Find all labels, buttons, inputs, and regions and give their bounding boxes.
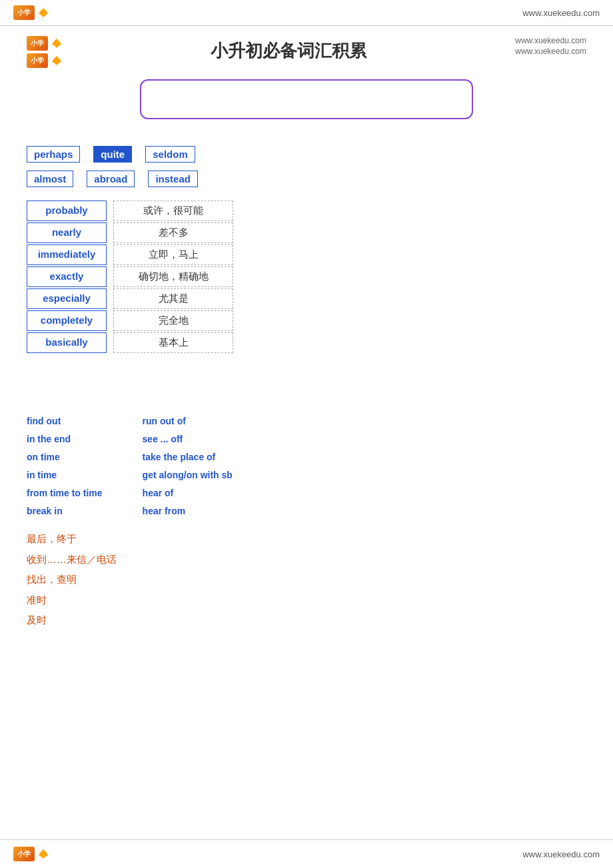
chinese-jishi: 及时 <box>27 613 586 628</box>
header-logo-1: 小学 <box>27 36 48 51</box>
phrase-in-the-end: in the end <box>27 432 103 446</box>
meaning-basically: 基本上 <box>113 332 233 353</box>
meaning-nearly: 差不多 <box>113 222 233 243</box>
phrases-col-1: find out in the end on time in time from… <box>27 414 103 518</box>
bottom-logo-icon: 小学 <box>13 847 35 861</box>
word-quite: quite <box>93 146 132 163</box>
vocab-row-immediately: immediately 立即，马上 <box>27 244 586 265</box>
vocab-table: probably 或许，很可能 nearly 差不多 immediately 立… <box>27 201 586 354</box>
phrase-run-out-of: run out of <box>143 414 233 428</box>
word-immediately: immediately <box>27 244 107 265</box>
word-perhaps: perhaps <box>27 146 80 163</box>
word-seldom: seldom <box>145 146 195 163</box>
word-almost: almost <box>27 171 73 187</box>
header-logo-2: 小学 <box>27 53 48 68</box>
vocab-row-completely: completely 完全地 <box>27 310 586 331</box>
flame-icon-2 <box>52 56 61 65</box>
phrase-find-out: find out <box>27 414 103 428</box>
vocab-row-exactly: exactly 确切地，精确地 <box>27 266 586 287</box>
top-url: www.xuekeedu.com <box>522 8 600 18</box>
logo-row-2: 小学 <box>27 53 61 68</box>
meaning-probably: 或许，很可能 <box>113 201 233 221</box>
page-title: 小升初必备词汇积累 <box>211 39 366 63</box>
phrases-section: find out in the end on time in time from… <box>27 414 586 518</box>
word-completely: completely <box>27 310 107 331</box>
main-content: 小学 小学 小升初必备词汇积累 www.xuekeedu.com www.xue… <box>0 26 613 695</box>
logo-flame-icon <box>39 8 48 17</box>
bottom-bar: 小学 www.xuekeedu.com <box>0 839 613 868</box>
meaning-completely: 完全地 <box>113 310 233 331</box>
phrase-from-time-to-time: from time to time <box>27 486 103 500</box>
logos-left: 小学 小学 <box>27 36 61 68</box>
meaning-exactly: 确切地，精确地 <box>113 266 233 287</box>
urls-right: www.xuekeedu.com www.xuekeedu.com <box>515 36 586 56</box>
phrase-break-in: break in <box>27 504 103 518</box>
word-probably: probably <box>27 201 107 221</box>
vocab-row-nearly: nearly 差不多 <box>27 222 586 243</box>
top-logo: 小学 <box>13 5 48 20</box>
words-row-2: almost abroad instead <box>27 171 586 187</box>
words-row-1: perhaps quite seldom <box>27 146 586 163</box>
vocab-row-basically: basically 基本上 <box>27 332 586 353</box>
chinese-shoudao: 收到……来信／电话 <box>27 552 586 568</box>
phrase-in-time: in time <box>27 468 103 482</box>
word-abroad: abroad <box>87 171 135 187</box>
phrase-on-time: on time <box>27 450 103 464</box>
logo-icon: 小学 <box>13 5 35 20</box>
word-exactly: exactly <box>27 266 107 287</box>
purple-box <box>140 79 473 119</box>
phrase-hear-of: hear of <box>143 486 233 500</box>
meaning-especially: 尤其是 <box>113 288 233 309</box>
phrase-get-along-with: get along/on with sb <box>143 468 233 482</box>
phrases-col-2: run out of see ... off take the place of… <box>143 414 233 518</box>
header-url-1: www.xuekeedu.com <box>515 36 586 45</box>
header-section: 小学 小学 小升初必备词汇积累 www.xuekeedu.com www.xue… <box>27 36 586 73</box>
word-instead: instead <box>148 171 198 187</box>
phrase-take-place-of: take the place of <box>143 450 233 464</box>
word-nearly: nearly <box>27 222 107 243</box>
vocab-row-probably: probably 或许，很可能 <box>27 201 586 221</box>
page-wrapper: 小学 www.xuekeedu.com 小学 小学 小升初必备词汇积累 www.… <box>0 0 613 868</box>
top-bar: 小学 www.xuekeedu.com <box>0 0 613 26</box>
chinese-meanings-section: 最后，终于 收到……来信／电话 找出，查明 准时 及时 <box>27 532 586 628</box>
chinese-zhachu: 找出，查明 <box>27 572 586 588</box>
chinese-zhunshi: 准时 <box>27 593 586 608</box>
bottom-url: www.xuekeedu.com <box>522 849 600 859</box>
vocab-row-especially: especially 尤其是 <box>27 288 586 309</box>
chinese-zuihou: 最后，终于 <box>27 532 586 547</box>
meaning-immediately: 立即，马上 <box>113 244 233 265</box>
word-basically: basically <box>27 332 107 353</box>
logo-row-1: 小学 <box>27 36 61 51</box>
flame-icon-1 <box>52 39 61 48</box>
phrase-see-off: see ... off <box>143 432 233 446</box>
word-especially: especially <box>27 288 107 309</box>
header-url-2: www.xuekeedu.com <box>515 47 586 56</box>
bottom-flame-icon <box>39 849 48 859</box>
bottom-logo: 小学 <box>13 847 48 861</box>
phrase-hear-from: hear from <box>143 504 233 518</box>
